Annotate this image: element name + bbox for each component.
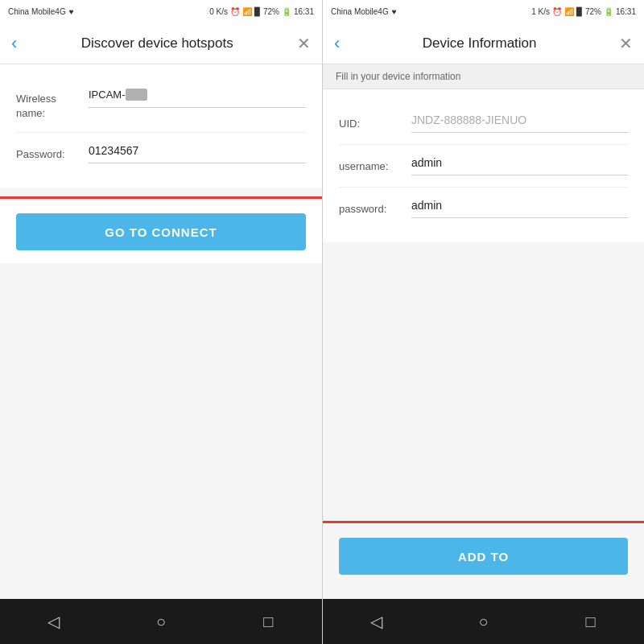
left-back-button[interactable]: ‹ (11, 35, 17, 52)
right-time: 16:31 (616, 7, 636, 16)
left-back-nav-icon[interactable]: ◁ (38, 605, 70, 638)
go-to-connect-button[interactable]: GO TO CONNECT (16, 213, 306, 250)
right-status-bar: China Mobile4G ♥ 1 K/s ⏰ 📶 ▉ 72% 🔋 16:31 (323, 0, 644, 23)
right-status-right: 1 K/s ⏰ 📶 ▉ 72% 🔋 16:31 (531, 7, 636, 16)
password-value: 01234567 (89, 144, 306, 163)
left-status-right: 0 K/s ⏰ 📶 ▉ 72% 🔋 16:31 (209, 7, 314, 16)
password-row: Password: 01234567 (16, 133, 306, 175)
left-wifi-icon: 📶 (242, 7, 252, 16)
left-close-button[interactable]: ✕ (297, 35, 311, 52)
add-button-area: ADD TO (323, 525, 644, 599)
right-back-nav-icon[interactable]: ◁ (361, 605, 393, 638)
right-heart-icon: ♥ (392, 7, 397, 16)
left-signal-icon: ▉ (254, 7, 261, 16)
left-heart-icon: ♥ (69, 7, 74, 16)
wireless-name-row: Wirelessname: IPCAM- (16, 77, 306, 133)
right-wifi-icon: 📶 (564, 7, 574, 16)
left-speed: 0 K/s (209, 7, 228, 16)
left-form-section: Wirelessname: IPCAM- Password: 01234567 (0, 64, 322, 188)
username-value[interactable]: admin (411, 156, 628, 175)
right-carrier: China Mobile4G (331, 7, 389, 16)
right-close-button[interactable]: ✕ (619, 35, 633, 52)
add-to-button[interactable]: ADD TO (339, 538, 628, 575)
right-home-nav-icon[interactable]: ○ (468, 605, 500, 638)
device-password-row: password: admin (339, 188, 628, 229)
right-spacer (323, 249, 644, 525)
username-label: username: (339, 156, 411, 174)
right-battery-icon: 🔋 (604, 7, 613, 16)
device-password-label: password: (339, 199, 411, 217)
right-status-left: China Mobile4G ♥ (331, 7, 397, 16)
uid-value[interactable]: JNDZ-888888-JIENUO (411, 114, 628, 133)
right-panel: China Mobile4G ♥ 1 K/s ⏰ 📶 ▉ 72% 🔋 16:31… (322, 0, 644, 644)
right-title-bar: ‹ Device Information ✕ (323, 23, 644, 64)
device-password-value[interactable]: admin (411, 199, 628, 218)
left-content: Wirelessname: IPCAM- Password: 01234567 … (0, 64, 322, 599)
right-signal-icon: ▉ (576, 7, 583, 16)
left-status-left: China Mobile4G ♥ (8, 7, 74, 16)
left-carrier: China Mobile4G (8, 7, 66, 16)
wireless-blurred (126, 89, 148, 101)
wireless-value: IPCAM- (89, 89, 306, 108)
right-speed: 1 K/s (531, 7, 550, 16)
right-clock-icon: ⏰ (552, 7, 562, 16)
left-home-nav-icon[interactable]: ○ (145, 605, 177, 638)
left-battery-icon: 🔋 (282, 7, 291, 16)
left-battery-pct: 72% (263, 7, 279, 16)
right-recent-nav-icon[interactable]: □ (575, 605, 607, 638)
left-title: Discover device hotspots (17, 35, 297, 52)
subtitle-bar: Fill in your device information (323, 64, 644, 89)
right-title: Device Information (340, 35, 619, 52)
right-nav-bar: ◁ ○ □ (323, 599, 644, 644)
left-recent-nav-icon[interactable]: □ (252, 605, 284, 638)
wireless-label: Wirelessname: (16, 89, 89, 121)
right-back-button[interactable]: ‹ (334, 35, 340, 52)
subtitle-text: Fill in your device information (336, 71, 460, 82)
right-battery-pct: 72% (585, 7, 601, 16)
uid-row: UID: JNDZ-888888-JIENUO (339, 102, 628, 145)
password-label: Password: (16, 144, 89, 162)
left-status-bar: China Mobile4G ♥ 0 K/s ⏰ 📶 ▉ 72% 🔋 16:31 (0, 0, 322, 23)
device-form-section: UID: JNDZ-888888-JIENUO username: admin … (323, 89, 644, 242)
uid-label: UID: (339, 114, 411, 131)
left-time: 16:31 (294, 7, 314, 16)
left-clock-icon: ⏰ (230, 7, 240, 16)
right-content: Fill in your device information UID: JND… (323, 64, 644, 599)
username-row: username: admin (339, 145, 628, 188)
left-spacer (0, 263, 322, 599)
left-nav-bar: ◁ ○ □ (0, 599, 322, 644)
left-title-bar: ‹ Discover device hotspots ✕ (0, 23, 322, 64)
connect-button-area: GO TO CONNECT (0, 200, 322, 263)
left-panel: China Mobile4G ♥ 0 K/s ⏰ 📶 ▉ 72% 🔋 16:31… (0, 0, 322, 644)
